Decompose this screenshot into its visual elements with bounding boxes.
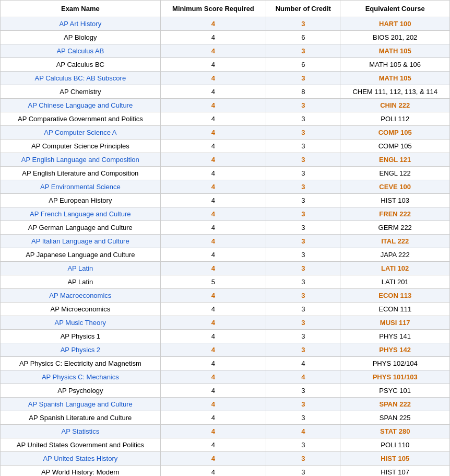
min-score-cell: 4 bbox=[160, 44, 266, 58]
table-row: AP Biology46BIOS 201, 202 bbox=[1, 31, 450, 44]
min-score-cell: 4 bbox=[160, 303, 266, 316]
table-row: AP United States History43HIST 105 bbox=[1, 452, 450, 466]
table-row: AP Italian Language and Culture43ITAL 22… bbox=[1, 235, 450, 248]
exam-name-cell: AP Spanish Language and Culture bbox=[1, 398, 161, 411]
exam-name-cell: AP Calculus BC bbox=[1, 58, 161, 72]
table-row: AP Art History43HART 100 bbox=[1, 17, 450, 31]
credits-cell: 3 bbox=[266, 289, 340, 303]
credits-cell: 3 bbox=[266, 44, 340, 58]
credits-cell: 3 bbox=[266, 262, 340, 275]
exam-name-cell: AP World History: Modern bbox=[1, 466, 161, 477]
min-score-cell: 4 bbox=[160, 99, 266, 112]
min-score-cell: 4 bbox=[160, 316, 266, 330]
table-row: AP Microeconomics43ECON 111 bbox=[1, 303, 450, 316]
exam-name-cell: AP Biology bbox=[1, 31, 161, 44]
table-row: AP Physics C: Mechanics44PHYS 101/103 bbox=[1, 370, 450, 384]
min-score-cell: 4 bbox=[160, 126, 266, 140]
equivalent-course-cell: ECON 113 bbox=[340, 289, 450, 303]
credits-cell: 3 bbox=[266, 17, 340, 31]
table-row: AP Spanish Language and Culture43SPAN 22… bbox=[1, 398, 450, 411]
min-score-cell: 4 bbox=[160, 221, 266, 235]
credits-cell: 3 bbox=[266, 411, 340, 425]
min-score-cell: 4 bbox=[160, 343, 266, 357]
exam-name-cell: AP Latin bbox=[1, 275, 161, 289]
exam-name-cell: AP Environmental Science bbox=[1, 180, 161, 194]
equivalent-course-cell: PHYS 101/103 bbox=[340, 370, 450, 384]
equivalent-course-cell: HIST 107 bbox=[340, 466, 450, 477]
min-score-cell: 4 bbox=[160, 262, 266, 275]
equivalent-course-cell: HART 100 bbox=[340, 17, 450, 31]
table-row: AP World History: Modern43HIST 107 bbox=[1, 466, 450, 477]
min-score-cell: 4 bbox=[160, 180, 266, 194]
credits-cell: 3 bbox=[266, 72, 340, 85]
table-row: AP English Language and Composition43ENG… bbox=[1, 153, 450, 167]
credits-cell: 3 bbox=[266, 221, 340, 235]
equivalent-course-cell: LATI 201 bbox=[340, 275, 450, 289]
table-row: AP Computer Science A43COMP 105 bbox=[1, 126, 450, 140]
table-row: AP Comparative Government and Politics43… bbox=[1, 112, 450, 126]
equivalent-course-cell: POLI 112 bbox=[340, 112, 450, 126]
equivalent-course-cell: MATH 105 bbox=[340, 72, 450, 85]
credits-cell: 3 bbox=[266, 99, 340, 112]
table-row: AP English Literature and Composition43E… bbox=[1, 167, 450, 180]
equivalent-course-cell: POLI 110 bbox=[340, 438, 450, 452]
min-score-cell: 4 bbox=[160, 72, 266, 85]
equivalent-course-cell: PHYS 141 bbox=[340, 330, 450, 343]
credits-cell: 3 bbox=[266, 167, 340, 180]
table-row: AP French Language and Culture43FREN 222 bbox=[1, 207, 450, 221]
col-header-min-score: Minimum Score Required bbox=[160, 1, 266, 17]
exam-name-cell: AP Computer Science Principles bbox=[1, 140, 161, 153]
table-row: AP Chinese Language and Culture43CHIN 22… bbox=[1, 99, 450, 112]
exam-name-cell: AP Physics C: Electricity and Magnetism bbox=[1, 357, 161, 370]
credits-cell: 3 bbox=[266, 180, 340, 194]
credits-cell: 3 bbox=[266, 248, 340, 262]
credits-cell: 3 bbox=[266, 126, 340, 140]
table-header-row: Exam Name Minimum Score Required Number … bbox=[1, 1, 450, 17]
exam-name-cell: AP Spanish Literature and Culture bbox=[1, 411, 161, 425]
credits-cell: 3 bbox=[266, 398, 340, 411]
min-score-cell: 4 bbox=[160, 248, 266, 262]
credits-cell: 3 bbox=[266, 330, 340, 343]
col-header-course: Equivalent Course bbox=[340, 1, 450, 17]
table-row: AP Japanese Language and Culture43JAPA 2… bbox=[1, 248, 450, 262]
table-row: AP United States Government and Politics… bbox=[1, 438, 450, 452]
exam-name-cell: AP Physics 1 bbox=[1, 330, 161, 343]
min-score-cell: 4 bbox=[160, 466, 266, 477]
min-score-cell: 4 bbox=[160, 207, 266, 221]
credits-cell: 4 bbox=[266, 370, 340, 384]
credits-cell: 6 bbox=[266, 58, 340, 72]
exam-name-cell: AP French Language and Culture bbox=[1, 207, 161, 221]
min-score-cell: 4 bbox=[160, 235, 266, 248]
col-header-credits: Number of Credit bbox=[266, 1, 340, 17]
equivalent-course-cell: GERM 222 bbox=[340, 221, 450, 235]
equivalent-course-cell: COMP 105 bbox=[340, 140, 450, 153]
min-score-cell: 4 bbox=[160, 112, 266, 126]
equivalent-course-cell: PHYS 102/104 bbox=[340, 357, 450, 370]
table-row: AP Environmental Science43CEVE 100 bbox=[1, 180, 450, 194]
min-score-cell: 4 bbox=[160, 452, 266, 466]
credits-cell: 3 bbox=[266, 343, 340, 357]
credits-cell: 4 bbox=[266, 357, 340, 370]
exam-name-cell: AP European History bbox=[1, 194, 161, 207]
table-row: AP Physics 243PHYS 142 bbox=[1, 343, 450, 357]
exam-name-cell: AP Psychology bbox=[1, 384, 161, 398]
exam-name-cell: AP Chinese Language and Culture bbox=[1, 99, 161, 112]
min-score-cell: 4 bbox=[160, 85, 266, 99]
equivalent-course-cell: SPAN 225 bbox=[340, 411, 450, 425]
equivalent-course-cell: MUSI 117 bbox=[340, 316, 450, 330]
equivalent-course-cell: HIST 105 bbox=[340, 452, 450, 466]
exam-name-cell: AP Physics 2 bbox=[1, 343, 161, 357]
table-row: AP Macroeconomics43ECON 113 bbox=[1, 289, 450, 303]
min-score-cell: 4 bbox=[160, 289, 266, 303]
min-score-cell: 4 bbox=[160, 411, 266, 425]
exam-name-cell: AP Calculus BC: AB Subscore bbox=[1, 72, 161, 85]
ap-credit-table: Exam Name Minimum Score Required Number … bbox=[0, 0, 450, 476]
table-row: AP Physics 143PHYS 141 bbox=[1, 330, 450, 343]
credits-cell: 3 bbox=[266, 303, 340, 316]
table-row: AP Computer Science Principles43COMP 105 bbox=[1, 140, 450, 153]
equivalent-course-cell: LATI 102 bbox=[340, 262, 450, 275]
credits-cell: 3 bbox=[266, 452, 340, 466]
credits-cell: 8 bbox=[266, 85, 340, 99]
exam-name-cell: AP Art History bbox=[1, 17, 161, 31]
table-row: AP Latin53LATI 201 bbox=[1, 275, 450, 289]
